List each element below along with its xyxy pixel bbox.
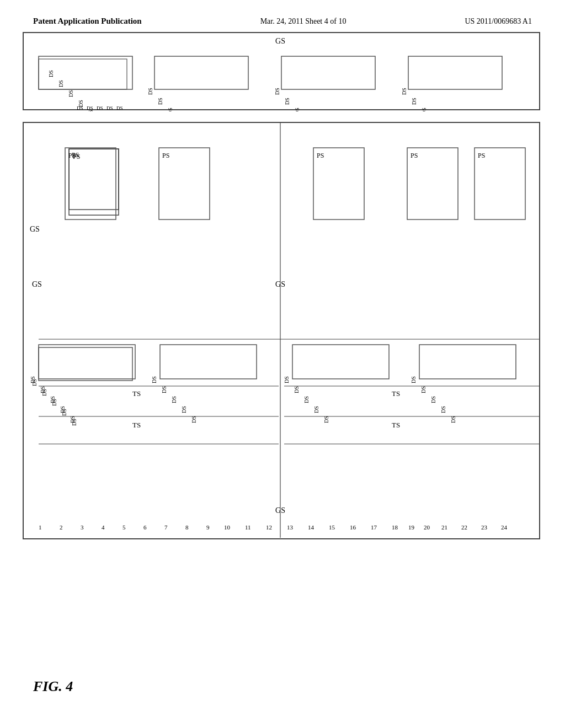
svg-text:DS: DS — [191, 416, 197, 423]
svg-rect-27 — [408, 56, 502, 89]
svg-text:DS: DS — [116, 105, 123, 111]
svg-text:12: 12 — [266, 524, 272, 531]
svg-text:DS: DS — [161, 386, 167, 393]
svg-rect-81 — [292, 345, 389, 379]
svg-text:3: 3 — [81, 524, 84, 531]
patent-number: US 2011/0069683 A1 — [465, 17, 532, 26]
svg-text:DS: DS — [294, 108, 300, 111]
svg-text:DS: DS — [411, 98, 417, 105]
svg-text:DS: DS — [97, 105, 103, 111]
publication-type: Patent Application Publication — [33, 17, 142, 26]
svg-text:TS: TS — [132, 421, 141, 429]
svg-text:DS: DS — [181, 406, 187, 413]
svg-text:14: 14 — [308, 524, 315, 531]
svg-text:18: 18 — [392, 524, 398, 531]
svg-text:PS: PS — [317, 152, 324, 159]
svg-text:7: 7 — [164, 524, 168, 531]
svg-text:DS: DS — [157, 98, 163, 105]
svg-text:DS: DS — [284, 376, 290, 383]
svg-text:TS: TS — [392, 421, 400, 429]
svg-text:GS: GS — [32, 280, 42, 288]
svg-text:PS: PS — [68, 152, 76, 159]
svg-text:16: 16 — [350, 524, 356, 531]
svg-text:DS: DS — [401, 88, 407, 95]
svg-text:4: 4 — [102, 524, 105, 531]
svg-text:PS: PS — [162, 152, 169, 159]
svg-text:5: 5 — [122, 524, 126, 531]
svg-text:DS: DS — [274, 88, 280, 95]
svg-text:GS: GS — [275, 37, 285, 45]
svg-text:10: 10 — [224, 524, 231, 531]
svg-text:DS: DS — [78, 100, 84, 107]
svg-text:DS: DS — [30, 376, 36, 383]
svg-text:DS: DS — [48, 70, 54, 77]
svg-text:DS: DS — [430, 396, 436, 403]
figure-label: FIG. 4 — [33, 678, 73, 695]
svg-text:DS: DS — [323, 416, 329, 423]
svg-text:GS: GS — [30, 225, 40, 233]
svg-text:20: 20 — [424, 524, 430, 531]
svg-rect-38 — [39, 347, 132, 381]
svg-text:DS: DS — [68, 90, 74, 97]
svg-text:DS: DS — [303, 396, 310, 403]
svg-text:2: 2 — [60, 524, 63, 531]
svg-text:PS: PS — [411, 152, 418, 159]
svg-text:23: 23 — [481, 524, 488, 531]
svg-text:DS: DS — [106, 105, 113, 111]
svg-text:DS: DS — [284, 98, 290, 105]
svg-text:DS: DS — [88, 110, 94, 111]
publication-date: Mar. 24, 2011 Sheet 4 of 10 — [260, 17, 347, 26]
svg-rect-33 — [23, 122, 540, 539]
svg-text:DS: DS — [70, 416, 76, 423]
svg-text:DS: DS — [440, 406, 446, 413]
svg-text:9: 9 — [206, 524, 210, 531]
svg-rect-21 — [281, 56, 375, 89]
svg-text:DS: DS — [313, 406, 319, 413]
svg-text:DS: DS — [40, 386, 46, 393]
svg-text:15: 15 — [329, 524, 335, 531]
svg-text:DS: DS — [50, 396, 56, 403]
svg-text:13: 13 — [287, 524, 294, 531]
bottom-diagram: GS GS PS DS DS DS DS DS TS TS TS TS PS P… — [22, 121, 541, 540]
svg-text:TS: TS — [392, 389, 400, 398]
svg-text:DS: DS — [421, 108, 427, 111]
svg-text:11: 11 — [245, 524, 251, 531]
svg-text:DS: DS — [60, 406, 66, 413]
top-diagram: GS DS DS DS DS DS DS DS DS DS DS DS DS D… — [22, 31, 541, 111]
page-header: Patent Application Publication Mar. 24, … — [0, 0, 565, 31]
svg-text:22: 22 — [461, 524, 467, 531]
svg-text:19: 19 — [408, 524, 415, 531]
svg-text:DS: DS — [420, 386, 427, 393]
svg-text:DS: DS — [151, 376, 157, 383]
svg-text:DS: DS — [147, 88, 153, 95]
svg-rect-69 — [39, 345, 135, 379]
svg-text:1: 1 — [39, 524, 42, 531]
svg-text:DS: DS — [411, 376, 417, 383]
svg-rect-87 — [419, 345, 516, 379]
svg-text:6: 6 — [143, 524, 147, 531]
svg-rect-75 — [160, 345, 257, 379]
svg-text:17: 17 — [371, 524, 377, 531]
svg-rect-15 — [154, 56, 248, 89]
svg-text:DS: DS — [450, 416, 456, 423]
svg-text:DS: DS — [294, 386, 300, 393]
svg-text:DS: DS — [167, 108, 173, 111]
svg-text:8: 8 — [185, 524, 189, 531]
svg-text:PS: PS — [478, 152, 485, 159]
svg-text:21: 21 — [441, 524, 447, 531]
svg-text:DS: DS — [171, 396, 177, 403]
svg-text:TS: TS — [132, 389, 141, 398]
svg-text:DS: DS — [58, 80, 64, 87]
svg-text:GS: GS — [275, 280, 285, 288]
svg-text:24: 24 — [501, 524, 508, 531]
